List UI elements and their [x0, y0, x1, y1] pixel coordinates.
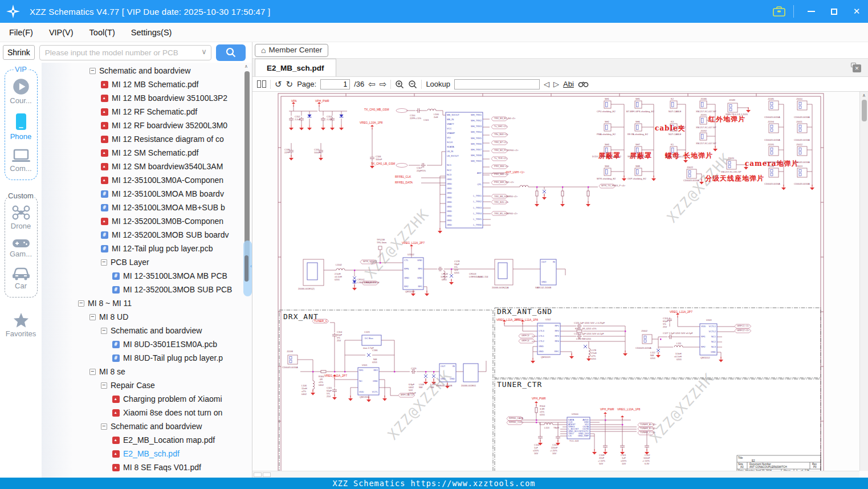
chevron-down-icon[interactable]: ∨ [201, 47, 207, 56]
menu-file[interactable]: File(F) [9, 28, 33, 37]
collapse-toggle-icon[interactable] [101, 259, 107, 266]
briefcase-icon[interactable] [773, 6, 785, 17]
tree-row[interactable]: Xiaomi 8se does not turn on [42, 406, 243, 419]
zoom-in-icon[interactable] [395, 80, 404, 89]
zoom-out-icon[interactable] [408, 80, 417, 89]
tree-row-label: MI 12 MB Schematic.pdf [112, 80, 199, 89]
tree-row[interactable]: MI 12 MB boardview 35100L3P2 [42, 91, 243, 105]
tree-row[interactable]: E2_MB_sch.pdf [42, 447, 243, 461]
rotate-cw-icon[interactable]: ↻ [286, 79, 294, 89]
shrink-button[interactable]: Shrink [3, 45, 35, 60]
menu-settings[interactable]: Settings(S) [131, 28, 172, 37]
tree-row[interactable]: MI 8 UD [42, 310, 243, 324]
viewer-horizontal-scrollbar[interactable] [252, 471, 859, 478]
find-prev-icon[interactable]: ◁ [544, 80, 549, 88]
collapse-toggle-icon[interactable] [101, 328, 107, 334]
minimize-button[interactable] [800, 0, 822, 23]
tree-row[interactable]: MI 12-35100L3MOA MB PCB [42, 269, 243, 283]
member-center-button[interactable]: ⌂ Member Center [255, 44, 328, 57]
window-title: XZZ Schematics V4.77 [ VIP Due date: 202… [30, 7, 270, 17]
rotate-ccw-icon[interactable]: ↺ [275, 79, 282, 89]
tree-row[interactable]: MI 8 se [42, 365, 243, 378]
search-icon [225, 47, 237, 58]
collapse-toggle-icon[interactable] [78, 300, 84, 307]
tree-row[interactable]: MI 12-35200L3MOB SUB PCB [42, 283, 243, 296]
panel-collapse-handle[interactable]: ‹ [243, 241, 252, 296]
scroll-left-button[interactable] [254, 472, 262, 477]
close-all-tabs-icon[interactable]: ✕ [851, 63, 861, 72]
menu-vip[interactable]: VIP(V) [49, 28, 74, 37]
tree-row-label: MI 12 MB boardview 35100L3P2 [112, 93, 227, 103]
page-number-input[interactable] [320, 79, 350, 89]
search-input[interactable] [39, 45, 211, 60]
tree-row-label: MI 12-35200L3MOB SUB boardv [112, 230, 229, 239]
prev-page-icon[interactable]: ⇦ [368, 79, 376, 89]
collapse-toggle-icon[interactable] [89, 68, 96, 74]
sidebar-item-drone[interactable]: Drone [5, 205, 37, 230]
tree-row[interactable]: MI 12 Resistance diagram of co [42, 132, 243, 146]
binoculars-icon[interactable] [578, 80, 589, 88]
tree-row[interactable]: MI 12-35100L3MOA MB+SUB b [42, 201, 243, 214]
tree-row[interactable]: Repair Case [42, 378, 243, 392]
viewer-vertical-scrollbar[interactable]: ∧ [859, 92, 868, 471]
tree-row[interactable]: MI 12-35200L3M0B-Componen [42, 214, 243, 228]
tree-row[interactable]: MI 12 SM boardview3540L3AM [42, 160, 243, 173]
tree-row[interactable]: MI 12 MB Schematic.pdf [42, 78, 243, 91]
tree-row[interactable]: MI 8UD-Tail plug pcb layer.p [42, 351, 243, 365]
sidebar-item-car[interactable]: Car [5, 266, 37, 290]
tree-row[interactable]: MI 8 SE Location map en.pdf [42, 474, 243, 478]
two-page-view-icon[interactable] [257, 80, 266, 88]
pcb-file-icon [112, 341, 120, 348]
tree-row[interactable]: MI 12-Tail plug pcb layer.pcb [42, 242, 243, 255]
tree-row[interactable]: Schematic and boardview [42, 64, 243, 78]
collapse-toggle-icon[interactable] [89, 314, 96, 320]
car-icon [11, 266, 31, 280]
menu-tool[interactable]: Tool(T) [89, 28, 115, 37]
viewer-scrollbar-thumb[interactable] [862, 100, 867, 121]
tree-row[interactable]: MI 12 RF Schematic.pdf [42, 105, 243, 119]
sidebar-item-course[interactable]: Cour... [5, 78, 37, 105]
pdf-file-icon [112, 437, 120, 444]
tree-row[interactable]: E2_MB_Location map.pdf [42, 433, 243, 447]
next-page-icon[interactable]: ⇨ [380, 79, 387, 89]
maximize-button[interactable] [822, 0, 845, 23]
tree-row[interactable]: MI 12-35200L3MOB SUB boardv [42, 228, 243, 242]
scroll-right-button[interactable] [263, 472, 271, 477]
tree-row[interactable]: Charging problem of Xiaomi [42, 392, 243, 406]
tree-row[interactable]: MI 8 ~ MI 11 [42, 296, 243, 310]
collapse-toggle-icon[interactable] [89, 369, 96, 375]
tree-row[interactable]: Schematic and boardview [42, 419, 243, 433]
sidebar-item-phone[interactable]: Phone [5, 113, 37, 141]
tree-row[interactable]: MI 12 SM Schematic.pdf [42, 146, 243, 160]
tree-row[interactable]: MI 12-35100L3M0A-Componen [42, 173, 243, 187]
tab-e2-mb-sch[interactable]: E2_MB_sch.pdf [255, 59, 336, 76]
find-next-icon[interactable]: ▷ [553, 80, 559, 88]
pcb-file-icon [101, 245, 108, 252]
sidebar-item-favorites[interactable]: Favorites [6, 312, 36, 338]
tree-row[interactable]: MI 12-35100L3MOA MB boardv [42, 187, 243, 201]
match-case-toggle[interactable]: Abi [563, 80, 574, 88]
close-button[interactable]: ✕ [845, 0, 868, 23]
laptop-icon [11, 149, 31, 163]
star-icon [13, 312, 30, 328]
collapse-toggle-icon[interactable] [101, 423, 107, 430]
tree-row-label: MI 8 se [99, 367, 125, 376]
tree-row-label: MI 12 SM Schematic.pdf [112, 148, 199, 157]
tree-row[interactable]: MI 8UD-3501E1SM0A.pcb [42, 337, 243, 351]
tree-row[interactable]: Schematic and boardview [42, 324, 243, 337]
collapse-handle-grip[interactable] [244, 255, 248, 282]
sidebar-item-computer[interactable]: Com... [5, 149, 37, 173]
sidebar-item-game[interactable]: Gam... [5, 238, 37, 258]
gamepad-icon [12, 238, 30, 248]
search-button[interactable] [216, 44, 246, 61]
menubar: File(F) VIP(V) Tool(T) Settings(S) [0, 23, 868, 42]
lookup-input[interactable] [454, 79, 540, 89]
tree-row[interactable]: MI 8 SE Faqs V01.pdf [42, 461, 243, 474]
collapse-toggle-icon[interactable] [101, 382, 107, 389]
tree-row[interactable]: MI 12 RF boardview 35200L3M0 [42, 119, 243, 132]
scroll-up-icon[interactable]: ∧ [244, 64, 248, 69]
scroll-up-icon[interactable]: ∧ [862, 93, 866, 98]
tree-row-label: MI 8 UD [99, 312, 128, 321]
pdf-file-icon [101, 122, 108, 129]
tree-row[interactable]: PCB Layer [42, 255, 243, 269]
